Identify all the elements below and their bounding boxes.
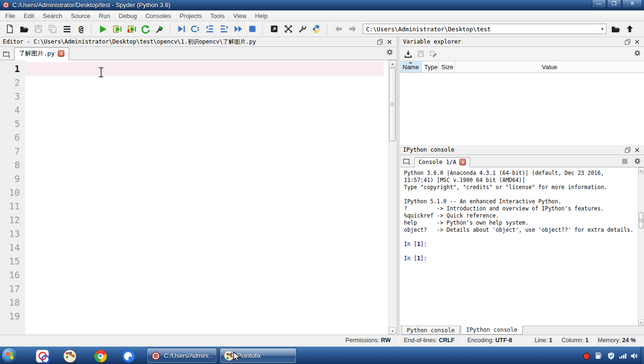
column-header-value[interactable]: Value [455, 61, 644, 73]
scroll-up-arrow[interactable]: ▲ [638, 167, 644, 173]
line-number: 8 [0, 158, 25, 172]
working-directory-combo[interactable]: ▼ [363, 24, 607, 34]
save-data-button[interactable] [414, 48, 427, 60]
console-output[interactable]: Python 3.6.0 |Anaconda 4.3.1 (64-bit)| (… [400, 167, 638, 326]
tray-record-icon[interactable] [581, 351, 591, 361]
editor-code-area[interactable]: 1 2 3 4 5 6 7 8 9 10 11 12 13 14 15 16 1 [0, 60, 396, 335]
pinned-quark-browser-button[interactable] [121, 349, 135, 363]
open-file-button[interactable] [17, 23, 31, 36]
taskbar-window-pointofix[interactable]: Pointofix [220, 348, 296, 364]
spyder-window: C:/Users/Administrator/Desktop/test - Sp… [0, 0, 644, 364]
tray-network-icon[interactable] [618, 351, 627, 361]
rerun-cell-button[interactable] [138, 23, 152, 36]
menu-search[interactable]: Search [38, 11, 66, 21]
import-data-button[interactable] [402, 48, 414, 60]
step-button[interactable] [188, 23, 203, 36]
menu-view[interactable]: View [229, 11, 250, 21]
console-prompt[interactable]: In [1]: [404, 255, 638, 262]
new-file-button[interactable] [3, 23, 17, 36]
editor-scrollbar[interactable]: ▲ ▼ [388, 60, 396, 335]
column-header-name[interactable]: Name [400, 61, 422, 73]
menu-debug[interactable]: Debug [115, 11, 141, 21]
stop-button[interactable] [245, 23, 259, 36]
fullscreen-button[interactable] [281, 23, 295, 36]
step-into-button[interactable] [203, 23, 217, 36]
debug-button[interactable] [174, 23, 188, 36]
menu-run[interactable]: Run [95, 11, 115, 21]
file-switcher-button[interactable] [60, 23, 74, 36]
close-pane-button[interactable] [385, 38, 394, 46]
restore-button[interactable]: ❐ [607, 0, 621, 8]
show-desktop-button[interactable] [641, 347, 644, 364]
menu-projects[interactable]: Projects [175, 11, 206, 21]
start-button[interactable] [1, 347, 18, 364]
undock-pane-button[interactable] [376, 38, 384, 46]
save-all-button[interactable] [45, 23, 60, 36]
pinned-remote-app-button[interactable] [35, 349, 49, 363]
save-button[interactable] [31, 23, 45, 36]
scroll-down-arrow[interactable]: ▼ [638, 319, 644, 326]
spyder-logo-icon [151, 351, 161, 361]
ipython-console-pane: IPython console Console 1/A x [400, 145, 644, 335]
tab-python-console[interactable]: Python console [402, 326, 460, 335]
line-number: 3 [0, 90, 25, 103]
console-tab[interactable]: Console 1/A x [414, 157, 470, 167]
working-directory-input[interactable] [363, 26, 599, 33]
back-button[interactable] [331, 23, 346, 36]
pinned-paint-app-button[interactable] [63, 349, 77, 363]
close-pane-button[interactable] [633, 146, 641, 154]
menu-consoles[interactable]: Consoles [141, 11, 175, 21]
scroll-down-arrow[interactable]: ▼ [389, 328, 396, 335]
taskbar-window-spyder[interactable]: C:/Users/Admini... [147, 348, 217, 364]
variable-table-body[interactable] [400, 73, 644, 145]
editor-tab[interactable]: 了解图片.py x [14, 47, 69, 60]
combo-dropdown-icon[interactable]: ▼ [599, 24, 606, 34]
interrupt-kernel-icon[interactable] [622, 158, 628, 164]
continue-button[interactable] [231, 23, 245, 36]
pythonpath-button[interactable] [310, 23, 324, 36]
run-cell-advance-button[interactable] [124, 23, 138, 36]
minimize-button[interactable]: — [592, 0, 606, 8]
close-icon [635, 39, 640, 45]
run-cell-button[interactable] [110, 23, 124, 36]
save-data-as-button[interactable] [427, 48, 439, 60]
scroll-up-arrow[interactable]: ▲ [389, 60, 396, 67]
menu-edit[interactable]: Edit [19, 11, 38, 21]
tray-plug-icon[interactable] [594, 351, 603, 361]
parent-directory-button[interactable] [623, 23, 637, 36]
run-button[interactable] [96, 23, 110, 36]
browse-directory-button[interactable] [608, 23, 623, 36]
maximize-pane-button[interactable] [267, 23, 281, 36]
line-number: 9 [0, 172, 25, 186]
tab-ipython-console[interactable]: IPython console [461, 326, 522, 335]
run-config-button[interactable] [152, 23, 167, 36]
browse-tabs-button[interactable] [1, 48, 12, 59]
menu-source[interactable]: Source [67, 11, 95, 21]
undock-pane-button[interactable] [624, 38, 632, 46]
browse-folder-icon [611, 24, 621, 34]
column-header-type[interactable]: Type [422, 61, 439, 73]
forward-button[interactable] [346, 23, 360, 36]
find-symbols-button[interactable]: @ [74, 23, 88, 36]
console-scrollbar-thumb[interactable] [639, 212, 644, 228]
variable-explorer-options-button[interactable] [634, 49, 641, 59]
tab-close-button[interactable]: x [58, 50, 64, 57]
column-header-size[interactable]: Size [439, 61, 455, 73]
gear-icon[interactable] [634, 157, 641, 165]
console-scrollbar[interactable]: ▲ ▼ [638, 167, 644, 326]
menu-help[interactable]: Help [250, 11, 272, 21]
tray-shield-icon[interactable] [606, 351, 616, 361]
pinned-chrome-button[interactable] [93, 349, 107, 363]
browse-tabs-button[interactable] [401, 155, 412, 166]
editor-scrollbar-thumb[interactable] [389, 68, 396, 141]
editor-options-button[interactable] [386, 48, 394, 58]
close-button[interactable]: ✕ [622, 0, 642, 8]
undock-pane-button[interactable] [624, 146, 632, 154]
tray-volume-icon[interactable] [629, 351, 639, 361]
preferences-button[interactable] [295, 23, 310, 36]
tab-close-button[interactable]: x [459, 159, 466, 165]
menu-tools[interactable]: Tools [206, 11, 229, 21]
step-out-button[interactable] [217, 23, 231, 36]
menu-file[interactable]: File [1, 11, 19, 21]
close-pane-button[interactable] [633, 38, 641, 46]
